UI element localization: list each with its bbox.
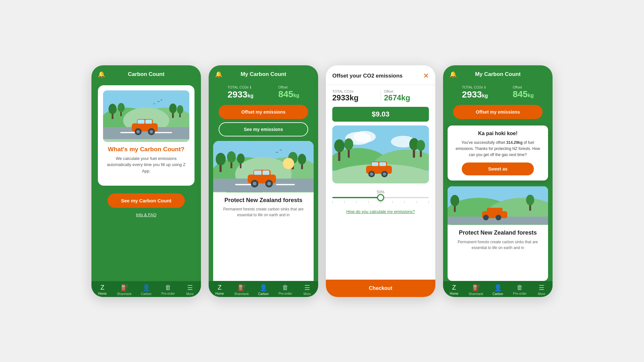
svg-point-77 <box>450 195 459 206</box>
svg-point-84 <box>496 215 501 220</box>
tick-9 <box>429 201 429 203</box>
screen4-forest-desc: Permanent forests create carbon sinks th… <box>453 239 543 251</box>
forest-card-text: Protect New Zealand forests Permanent fo… <box>213 192 314 223</box>
nav-carbon[interactable]: 👤 Carbon <box>135 284 157 296</box>
s4-nav-sharetank[interactable]: ⛽ Sharetank <box>465 284 487 296</box>
forest-card: Protect New Zealand forests Permanent fo… <box>213 141 314 281</box>
svg-point-72 <box>383 172 386 176</box>
s2-nav-preorder[interactable]: 🗑 Pre-order <box>274 284 296 296</box>
screen4-total-stat: TOTAL CO2e ℹ 2933kg <box>462 85 488 100</box>
svg-point-36 <box>298 154 306 164</box>
checkout-button[interactable]: Checkout <box>326 280 435 297</box>
s2-nav-home[interactable]: Z Home <box>209 284 231 296</box>
success-title: Ka pai hoki koe! <box>453 131 543 136</box>
offset-value: 845kg <box>278 89 299 99</box>
svg-point-30 <box>227 151 236 162</box>
s4-nav-preorder[interactable]: 🗑 Pre-order <box>509 284 531 296</box>
tick-3 <box>356 201 357 203</box>
screen4-title: My Carbon Count <box>475 71 521 78</box>
svg-point-63 <box>417 140 425 151</box>
s4-preorder-icon: 🗑 <box>516 284 523 291</box>
svg-point-79 <box>526 195 534 205</box>
s2-nav-sharetank[interactable]: ⛽ Sharetank <box>231 284 252 296</box>
home-label: Home <box>98 292 107 295</box>
s4-sharetank-icon: ⛽ <box>472 284 480 292</box>
nav-home[interactable]: Z Home <box>91 284 113 296</box>
nav-sharetank[interactable]: ⛽ Sharetank <box>113 284 135 296</box>
s2-carbon-icon: 👤 <box>260 284 268 292</box>
bell-icon[interactable]: 🔔 <box>98 71 105 78</box>
svg-point-9 <box>169 103 176 113</box>
slider-fill <box>332 197 381 198</box>
offset-emissions-button[interactable]: Offset my emissions <box>219 105 308 119</box>
tick-4 <box>368 201 369 203</box>
close-button[interactable]: ✕ <box>423 72 429 80</box>
svg-point-51 <box>353 131 376 143</box>
s4-nav-carbon[interactable]: 👤 Carbon <box>487 284 509 296</box>
modal-offset-label: Offset <box>384 89 429 93</box>
nav-more[interactable]: ☰ More <box>179 284 201 296</box>
forest-title: Protect New Zealand forests <box>218 197 308 204</box>
svg-point-5 <box>109 104 117 114</box>
slider-thumb[interactable] <box>377 194 384 201</box>
s4-preorder-label: Pre-order <box>513 292 526 295</box>
s2-preorder-icon: 🗑 <box>282 284 289 291</box>
screen2-bell-icon[interactable]: 🔔 <box>215 71 222 78</box>
screen4-offset-stat: Offset 845kg <box>513 85 534 100</box>
svg-point-22 <box>150 130 153 133</box>
svg-point-28 <box>216 153 226 165</box>
preorder-icon: 🗑 <box>165 284 171 291</box>
svg-rect-42 <box>254 170 261 175</box>
s2-home-label: Home <box>215 292 224 295</box>
s2-sharetank-label: Sharetank <box>234 292 249 296</box>
offset-stat: Offset 845kg <box>278 85 299 100</box>
screen4-offset-button[interactable]: Offset my emissions <box>453 105 543 119</box>
faq-link[interactable]: How do you calculate my emissions? <box>326 206 435 217</box>
card-body: We calculate your fuel emissions automat… <box>103 155 189 174</box>
svg-point-57 <box>334 139 345 152</box>
forest-desc: Permanent forests create carbon sinks th… <box>218 206 308 218</box>
modal-stats: TOTAL CO2e 2933kg Offset 2674kg <box>326 85 435 107</box>
see-carbon-count-button[interactable]: See my Carbon Count <box>108 193 185 208</box>
svg-point-47 <box>267 181 271 185</box>
screen4-total-label: TOTAL CO2e ℹ <box>462 85 488 89</box>
s2-nav-carbon[interactable]: 👤 Carbon <box>252 284 274 296</box>
s2-nav-more[interactable]: ☰ More <box>296 284 318 296</box>
svg-point-48 <box>283 158 294 169</box>
info-icon: ℹ <box>250 85 251 89</box>
nav-preorder[interactable]: 🗑 Pre-order <box>157 284 179 296</box>
s2-home-icon: Z <box>218 284 222 291</box>
svg-rect-17 <box>137 119 144 124</box>
svg-rect-43 <box>262 170 269 175</box>
s4-home-label: Home <box>450 292 459 295</box>
stats-row: TOTAL CO2e ℹ 2933kg Offset 845kg <box>209 82 318 105</box>
see-emissions-button[interactable]: See my emissions <box>219 122 308 136</box>
home-icon: Z <box>100 284 104 291</box>
info-faq-link[interactable]: Info & FAQ <box>136 212 156 217</box>
s4-home-icon: Z <box>452 284 456 291</box>
screen4-forest-text: Protect New Zealand forests Permanent fo… <box>448 225 548 255</box>
screen4-bell-icon[interactable]: 🔔 <box>450 71 457 78</box>
svg-point-20 <box>137 130 140 133</box>
screen4-offset-label: Offset <box>513 85 534 89</box>
svg-rect-67 <box>372 162 378 166</box>
sharetank-label: Sharetank <box>117 292 132 296</box>
car-illustration <box>103 90 189 142</box>
svg-point-59 <box>344 138 353 150</box>
screen4-header: 🔔 My Carbon Count <box>443 65 553 82</box>
tick-5 <box>381 201 381 203</box>
s4-nav-more[interactable]: ☰ More <box>531 284 553 296</box>
total-co2-stat: TOTAL CO2e ℹ 2933kg <box>227 85 253 100</box>
tick-8 <box>417 201 417 203</box>
dot-3 <box>149 178 152 181</box>
s2-sharetank-icon: ⛽ <box>238 284 246 292</box>
carbon-icon: 👤 <box>142 284 150 292</box>
screen4-total-value: 2933kg <box>462 89 488 100</box>
modal-offset-stat: Offset 2674kg <box>384 89 429 102</box>
modal-divider <box>381 91 381 101</box>
s4-nav-home[interactable]: Z Home <box>443 284 465 296</box>
total-value: 2933kg <box>227 89 253 100</box>
sweet-as-button[interactable]: Sweet as <box>462 162 534 175</box>
success-text: You've successfully offset 314.29kg of f… <box>453 140 543 158</box>
slider-track[interactable] <box>332 197 429 198</box>
